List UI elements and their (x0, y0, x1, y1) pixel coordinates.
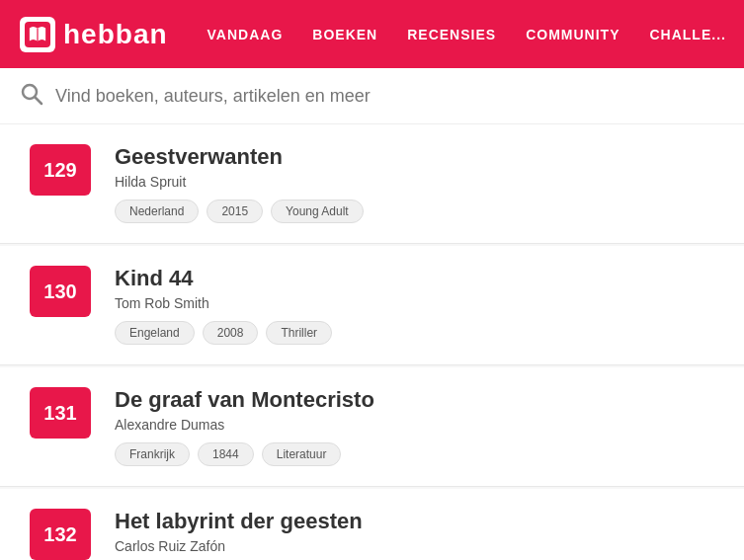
book-author: Carlos Ruiz Zafón (115, 538, 724, 554)
tag[interactable]: Frankrijk (115, 442, 190, 466)
book-info: GeestverwantenHilda SpruitNederland2015Y… (115, 144, 724, 223)
book-author: Alexandre Dumas (115, 417, 724, 433)
rank-badge: 131 (30, 387, 91, 439)
nav-recensies[interactable]: RECENSIES (407, 22, 496, 47)
nav-challenges[interactable]: CHALLE... (649, 22, 725, 47)
tag[interactable]: 1844 (198, 442, 254, 466)
list-item[interactable]: 129GeestverwantenHilda SpruitNederland20… (0, 124, 744, 244)
search-input[interactable] (55, 86, 724, 107)
list-item[interactable]: 131De graaf van MontecristoAlexandre Dum… (0, 367, 744, 487)
book-info: Het labyrint der geestenCarlos Ruiz Zafó… (115, 509, 724, 560)
book-title: Geestverwanten (115, 144, 724, 170)
tag[interactable]: 2008 (203, 321, 259, 345)
book-title: Kind 44 (115, 266, 724, 291)
book-author: Tom Rob Smith (115, 295, 724, 311)
logo[interactable]: hebban (20, 17, 168, 52)
tag[interactable]: Engeland (115, 321, 195, 345)
main-nav: VANDAAG BOEKEN RECENSIES COMMUNITY CHALL… (207, 22, 726, 47)
nav-community[interactable]: COMMUNITY (526, 22, 620, 47)
logo-icon (20, 17, 55, 52)
tag[interactable]: Nederland (115, 200, 199, 223)
book-info: De graaf van MontecristoAlexandre DumasF… (115, 387, 724, 466)
tag[interactable]: 2015 (207, 200, 263, 223)
logo-text: hebban (63, 19, 168, 50)
book-tags: Nederland2015Young Adult (115, 200, 724, 223)
rank-badge: 132 (30, 509, 91, 560)
rank-badge: 129 (30, 144, 91, 196)
book-tags: Frankrijk1844Literatuur (115, 442, 724, 466)
book-title: Het labyrint der geesten (115, 509, 724, 534)
search-bar (0, 68, 744, 124)
nav-boeken[interactable]: BOEKEN (312, 22, 377, 47)
book-title: De graaf van Montecristo (115, 387, 724, 413)
tag[interactable]: Literatuur (262, 442, 342, 466)
book-tags: Engeland2008Thriller (115, 321, 724, 345)
book-author: Hilda Spruit (115, 174, 724, 190)
book-list: 129GeestverwantenHilda SpruitNederland20… (0, 124, 744, 560)
header: hebban VANDAAG BOEKEN RECENSIES COMMUNIT… (0, 0, 744, 68)
nav-vandaag[interactable]: VANDAAG (207, 22, 284, 47)
book-info: Kind 44Tom Rob SmithEngeland2008Thriller (115, 266, 724, 345)
svg-line-2 (36, 98, 42, 105)
rank-badge: 130 (30, 266, 91, 317)
search-icon (20, 82, 43, 110)
list-item[interactable]: 132Het labyrint der geestenCarlos Ruiz Z… (0, 489, 744, 560)
tag[interactable]: Young Adult (271, 200, 364, 223)
list-item[interactable]: 130Kind 44Tom Rob SmithEngeland2008Thril… (0, 246, 744, 365)
tag[interactable]: Thriller (266, 321, 332, 345)
